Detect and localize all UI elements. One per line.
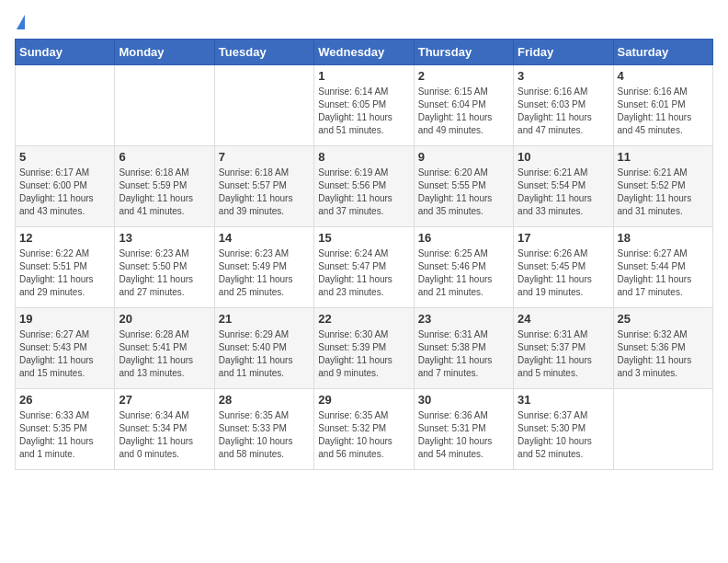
calendar-cell: [115, 65, 214, 146]
calendar-cell: 24Sunrise: 6:31 AM Sunset: 5:37 PM Dayli…: [514, 308, 613, 389]
day-number: 16: [418, 231, 509, 245]
day-info: Sunrise: 6:30 AM Sunset: 5:39 PM Dayligh…: [318, 328, 409, 380]
day-info: Sunrise: 6:32 AM Sunset: 5:36 PM Dayligh…: [618, 328, 709, 380]
day-info: Sunrise: 6:31 AM Sunset: 5:37 PM Dayligh…: [518, 328, 609, 380]
day-number: 4: [618, 69, 709, 83]
day-info: Sunrise: 6:25 AM Sunset: 5:46 PM Dayligh…: [418, 247, 509, 299]
day-number: 3: [518, 69, 609, 83]
calendar-cell: 6Sunrise: 6:18 AM Sunset: 5:59 PM Daylig…: [115, 146, 214, 227]
day-info: Sunrise: 6:21 AM Sunset: 5:52 PM Dayligh…: [618, 167, 709, 218]
day-info: Sunrise: 6:23 AM Sunset: 5:50 PM Dayligh…: [119, 247, 210, 299]
calendar-cell: 25Sunrise: 6:32 AM Sunset: 5:36 PM Dayli…: [613, 308, 712, 389]
day-number: 6: [119, 150, 210, 164]
day-info: Sunrise: 6:29 AM Sunset: 5:40 PM Dayligh…: [219, 328, 310, 380]
calendar-cell: 23Sunrise: 6:31 AM Sunset: 5:38 PM Dayli…: [414, 308, 513, 389]
calendar-cell: 26Sunrise: 6:33 AM Sunset: 5:35 PM Dayli…: [16, 389, 115, 470]
day-info: Sunrise: 6:27 AM Sunset: 5:44 PM Dayligh…: [618, 247, 709, 299]
calendar-day-header: Sunday: [16, 40, 115, 65]
day-info: Sunrise: 6:28 AM Sunset: 5:41 PM Dayligh…: [119, 328, 210, 380]
day-info: Sunrise: 6:15 AM Sunset: 6:04 PM Dayligh…: [418, 86, 509, 137]
day-info: Sunrise: 6:16 AM Sunset: 6:03 PM Dayligh…: [518, 86, 609, 137]
day-number: 2: [418, 69, 509, 83]
day-info: Sunrise: 6:35 AM Sunset: 5:33 PM Dayligh…: [219, 409, 310, 461]
calendar-week-row: 1Sunrise: 6:14 AM Sunset: 6:05 PM Daylig…: [16, 65, 713, 146]
calendar-day-header: Tuesday: [214, 40, 313, 65]
day-info: Sunrise: 6:18 AM Sunset: 5:59 PM Dayligh…: [119, 167, 210, 218]
day-number: 21: [219, 312, 310, 326]
day-number: 14: [219, 231, 310, 245]
day-info: Sunrise: 6:24 AM Sunset: 5:47 PM Dayligh…: [318, 247, 409, 299]
day-info: Sunrise: 6:33 AM Sunset: 5:35 PM Dayligh…: [19, 409, 110, 461]
calendar-cell: 4Sunrise: 6:16 AM Sunset: 6:01 PM Daylig…: [613, 65, 712, 146]
day-number: 31: [518, 393, 609, 407]
calendar-cell: 9Sunrise: 6:20 AM Sunset: 5:55 PM Daylig…: [414, 146, 513, 227]
calendar-cell: 11Sunrise: 6:21 AM Sunset: 5:52 PM Dayli…: [613, 146, 712, 227]
day-number: 22: [318, 312, 409, 326]
day-info: Sunrise: 6:36 AM Sunset: 5:31 PM Dayligh…: [418, 409, 509, 461]
calendar-cell: 12Sunrise: 6:22 AM Sunset: 5:51 PM Dayli…: [16, 227, 115, 308]
logo-triangle-icon: [17, 15, 25, 29]
calendar-cell: [16, 65, 115, 146]
calendar-week-row: 19Sunrise: 6:27 AM Sunset: 5:43 PM Dayli…: [16, 308, 713, 389]
calendar-cell: 3Sunrise: 6:16 AM Sunset: 6:03 PM Daylig…: [514, 65, 613, 146]
day-number: 30: [418, 393, 509, 407]
day-number: 1: [318, 69, 409, 83]
calendar-cell: 19Sunrise: 6:27 AM Sunset: 5:43 PM Dayli…: [16, 308, 115, 389]
day-number: 12: [19, 231, 110, 245]
day-info: Sunrise: 6:14 AM Sunset: 6:05 PM Dayligh…: [318, 86, 409, 137]
day-info: Sunrise: 6:18 AM Sunset: 5:57 PM Dayligh…: [219, 167, 310, 218]
day-number: 18: [618, 231, 709, 245]
day-info: Sunrise: 6:16 AM Sunset: 6:01 PM Dayligh…: [618, 86, 709, 137]
calendar-table: SundayMondayTuesdayWednesdayThursdayFrid…: [15, 39, 713, 470]
calendar-cell: 10Sunrise: 6:21 AM Sunset: 5:54 PM Dayli…: [514, 146, 613, 227]
day-info: Sunrise: 6:37 AM Sunset: 5:30 PM Dayligh…: [518, 409, 609, 461]
calendar-cell: 8Sunrise: 6:19 AM Sunset: 5:56 PM Daylig…: [314, 146, 414, 227]
calendar-cell: 7Sunrise: 6:18 AM Sunset: 5:57 PM Daylig…: [214, 146, 313, 227]
day-number: 23: [418, 312, 509, 326]
page-header: [15, 15, 713, 31]
calendar-cell: 5Sunrise: 6:17 AM Sunset: 6:00 PM Daylig…: [16, 146, 115, 227]
calendar-day-header: Wednesday: [314, 40, 414, 65]
day-info: Sunrise: 6:20 AM Sunset: 5:55 PM Dayligh…: [418, 167, 509, 218]
calendar-week-row: 5Sunrise: 6:17 AM Sunset: 6:00 PM Daylig…: [16, 146, 713, 227]
calendar-cell: 22Sunrise: 6:30 AM Sunset: 5:39 PM Dayli…: [314, 308, 414, 389]
calendar-cell: 29Sunrise: 6:35 AM Sunset: 5:32 PM Dayli…: [314, 389, 414, 470]
calendar-header-row: SundayMondayTuesdayWednesdayThursdayFrid…: [16, 40, 713, 65]
calendar-cell: 2Sunrise: 6:15 AM Sunset: 6:04 PM Daylig…: [414, 65, 513, 146]
day-number: 29: [318, 393, 409, 407]
calendar-cell: [613, 389, 712, 470]
calendar-cell: 14Sunrise: 6:23 AM Sunset: 5:49 PM Dayli…: [214, 227, 313, 308]
day-info: Sunrise: 6:23 AM Sunset: 5:49 PM Dayligh…: [219, 247, 310, 299]
day-number: 26: [19, 393, 110, 407]
day-info: Sunrise: 6:17 AM Sunset: 6:00 PM Dayligh…: [19, 167, 110, 218]
calendar-day-header: Friday: [514, 40, 613, 65]
calendar-cell: [214, 65, 313, 146]
day-number: 10: [518, 150, 609, 164]
day-info: Sunrise: 6:27 AM Sunset: 5:43 PM Dayligh…: [19, 328, 110, 380]
day-number: 9: [418, 150, 509, 164]
day-number: 15: [318, 231, 409, 245]
calendar-day-header: Thursday: [414, 40, 513, 65]
calendar-cell: 30Sunrise: 6:36 AM Sunset: 5:31 PM Dayli…: [414, 389, 513, 470]
day-number: 5: [19, 150, 110, 164]
day-number: 28: [219, 393, 310, 407]
calendar-day-header: Saturday: [613, 40, 712, 65]
calendar-cell: 16Sunrise: 6:25 AM Sunset: 5:46 PM Dayli…: [414, 227, 513, 308]
calendar-cell: 20Sunrise: 6:28 AM Sunset: 5:41 PM Dayli…: [115, 308, 214, 389]
logo: [15, 15, 25, 31]
calendar-cell: 15Sunrise: 6:24 AM Sunset: 5:47 PM Dayli…: [314, 227, 414, 308]
calendar-day-header: Monday: [115, 40, 214, 65]
calendar-cell: 1Sunrise: 6:14 AM Sunset: 6:05 PM Daylig…: [314, 65, 414, 146]
day-number: 11: [618, 150, 709, 164]
calendar-cell: 28Sunrise: 6:35 AM Sunset: 5:33 PM Dayli…: [214, 389, 313, 470]
day-info: Sunrise: 6:31 AM Sunset: 5:38 PM Dayligh…: [418, 328, 509, 380]
day-info: Sunrise: 6:34 AM Sunset: 5:34 PM Dayligh…: [119, 409, 210, 461]
day-number: 25: [618, 312, 709, 326]
day-number: 27: [119, 393, 210, 407]
day-number: 17: [518, 231, 609, 245]
day-info: Sunrise: 6:22 AM Sunset: 5:51 PM Dayligh…: [19, 247, 110, 299]
day-number: 13: [119, 231, 210, 245]
calendar-cell: 31Sunrise: 6:37 AM Sunset: 5:30 PM Dayli…: [514, 389, 613, 470]
calendar-week-row: 26Sunrise: 6:33 AM Sunset: 5:35 PM Dayli…: [16, 389, 713, 470]
day-number: 7: [219, 150, 310, 164]
